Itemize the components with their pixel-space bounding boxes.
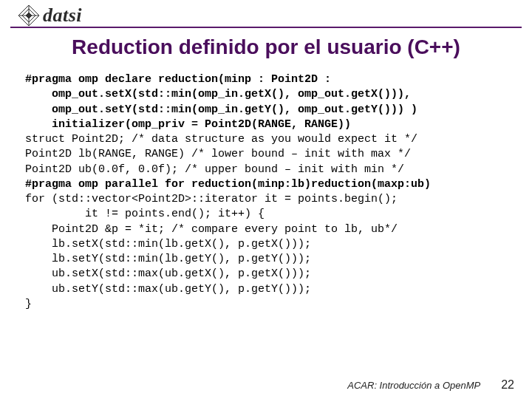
- code-line: #pragma omp parallel for reduction(minp:…: [25, 178, 431, 191]
- code-line: initializer(omp_priv = Point2D(RANGE, RA…: [25, 118, 351, 131]
- code-line: for (std::vector<Point2D>::iterator it =…: [25, 193, 398, 205]
- code-line: Point2D lb(RANGE, RANGE) /* lower bound …: [25, 148, 411, 160]
- logo-text: datsi: [43, 4, 82, 27]
- slide-title: Reduction definido por el usuario (C++): [0, 35, 532, 59]
- code-line: it != points.end(); it++) {: [25, 208, 265, 220]
- code-line: ub.setY(std::max(ub.getY(), p.getY()));: [25, 283, 311, 296]
- code-line: omp_out.setY(std::min(omp_in.getY(), omp…: [25, 103, 417, 116]
- code-line: Point2D &p = *it; /* compare every point…: [25, 223, 398, 236]
- code-line: lb.setY(std::min(lb.getY(), p.getY()));: [25, 253, 311, 265]
- code-line: omp_out.setX(std::min(omp_in.getX(), omp…: [25, 88, 411, 100]
- code-line: #pragma omp declare reduction(minp : Poi…: [25, 73, 331, 86]
- page-number: 22: [501, 378, 514, 392]
- logo-diamond-icon: [18, 4, 40, 27]
- footer: ACAR: Introducción a OpenMP 22: [347, 378, 514, 392]
- code-block: #pragma omp declare reduction(minp : Poi…: [0, 72, 532, 312]
- code-line: Point2D ub(0.0f, 0.0f); /* upper bound –…: [25, 163, 404, 176]
- header-bar: datsi: [10, 0, 522, 28]
- footer-text: ACAR: Introducción a OpenMP: [347, 380, 480, 391]
- code-line: struct Point2D; /* data structure as you…: [25, 133, 417, 146]
- code-line: }: [25, 298, 32, 310]
- code-line: lb.setX(std::min(lb.getX(), p.getX()));: [25, 238, 311, 250]
- code-line: ub.setX(std::max(ub.getX(), p.getX()));: [25, 267, 311, 280]
- logo: datsi: [18, 4, 82, 27]
